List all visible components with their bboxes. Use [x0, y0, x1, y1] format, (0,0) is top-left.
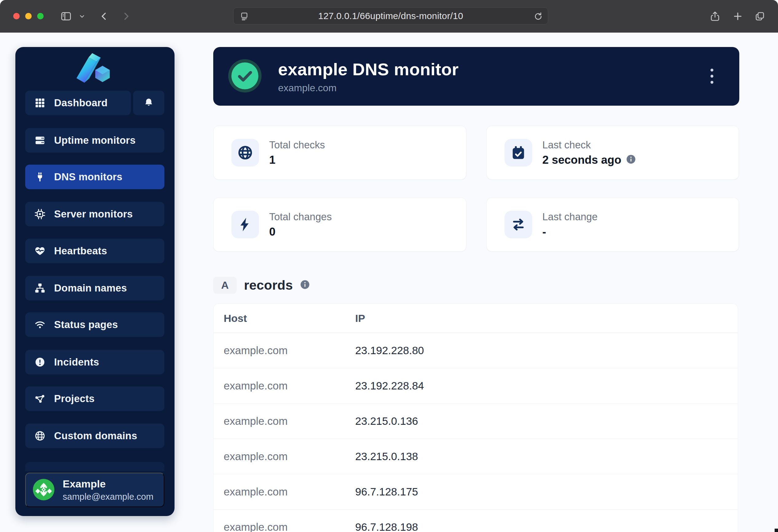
- ip-cell: 23.215.0.136: [355, 404, 418, 439]
- chevron-right-icon: [121, 11, 131, 21]
- stat-card-total-changes: Total changes 0: [213, 197, 466, 252]
- table-row: example.com 23.192.228.80: [214, 333, 738, 368]
- sidebar-item-custom-domains[interactable]: Custom domains: [25, 424, 164, 448]
- ip-cell: 23.192.228.80: [355, 333, 424, 368]
- tab-overview-chevron[interactable]: [77, 9, 87, 23]
- sidebar-item-incidents[interactable]: Incidents: [25, 350, 164, 374]
- table-row: example.com 96.7.128.198: [214, 510, 738, 532]
- app-page: Dashboard Uptime monitors DNS monitors S…: [0, 32, 778, 532]
- sidebar-panel-icon: [60, 10, 72, 22]
- bolt-icon: [231, 211, 259, 238]
- close-window-button[interactable]: [13, 13, 20, 19]
- column-header-ip: IP: [355, 304, 365, 333]
- info-icon[interactable]: [626, 155, 636, 165]
- ip-cell: 96.7.128.175: [355, 474, 418, 509]
- stat-card-total-checks: Total checks 1: [213, 125, 466, 180]
- table-header-row: Host IP: [214, 304, 738, 333]
- sidebar-item-label: DNS monitors: [54, 171, 122, 183]
- records-section-header: A records: [213, 277, 310, 294]
- url-text: 127.0.0.1/66uptime/dns-monitor/10: [318, 11, 463, 21]
- sidebar-item-label: Incidents: [54, 356, 99, 368]
- swap-arrows-icon: [504, 211, 532, 238]
- sidebar-item-uptime-monitors[interactable]: Uptime monitors: [25, 128, 164, 153]
- stat-card-last-check: Last check 2 seconds ago: [486, 125, 739, 180]
- stat-value: 0: [269, 226, 276, 238]
- reload-button[interactable]: [533, 11, 543, 22]
- stat-value: 1: [269, 154, 276, 167]
- sidebar-item-heartbeats[interactable]: Heartbeats: [25, 239, 164, 263]
- new-tab-button[interactable]: [731, 9, 745, 23]
- share-nodes-icon: [34, 393, 46, 404]
- address-bar[interactable]: 127.0.0.1/66uptime/dns-monitor/10: [233, 7, 548, 24]
- share-button[interactable]: [708, 9, 722, 23]
- notifications-button[interactable]: [133, 91, 164, 115]
- chevron-down-icon: [79, 13, 85, 20]
- sidebar: Dashboard Uptime monitors DNS monitors S…: [15, 47, 174, 516]
- host-cell: example.com: [224, 404, 288, 439]
- sidebar-item-status-pages[interactable]: Status pages: [25, 313, 164, 337]
- back-button[interactable]: [97, 9, 111, 23]
- site-page-icon: [240, 12, 249, 22]
- ip-cell: 23.192.228.84: [355, 368, 424, 403]
- account-menu[interactable]: Example sample@example.com: [25, 473, 164, 507]
- status-up-badge: [228, 59, 262, 94]
- server-stack-icon: [34, 135, 46, 146]
- sidebar-item-label: Status pages: [54, 319, 118, 331]
- sidebar-item-server-monitors[interactable]: Server monitors: [25, 202, 164, 227]
- kebab-menu-icon: [710, 67, 714, 85]
- user-name: Example: [63, 478, 153, 490]
- screen-corner-artifact: [775, 529, 778, 532]
- stat-label: Last check: [542, 139, 636, 151]
- tabs-icon: [754, 11, 765, 22]
- host-cell: example.com: [224, 510, 288, 532]
- minimize-window-button[interactable]: [25, 13, 32, 19]
- stat-label: Total checks: [269, 139, 325, 151]
- record-type-badge: A: [213, 277, 237, 294]
- avatar: [32, 478, 55, 502]
- sidebar-item-label: Domain names: [54, 282, 127, 294]
- info-icon[interactable]: [300, 280, 310, 290]
- sidebar-item-label: Heartbeats: [54, 245, 107, 257]
- host-cell: example.com: [224, 439, 288, 474]
- table-row: example.com 23.192.228.84: [214, 368, 738, 404]
- chevron-left-icon: [99, 11, 109, 21]
- reload-icon: [533, 11, 543, 21]
- bell-icon: [143, 97, 154, 108]
- browser-toolbar: 127.0.0.1/66uptime/dns-monitor/10: [0, 0, 778, 32]
- records-title: records: [244, 278, 293, 293]
- table-row: example.com 23.215.0.136: [214, 404, 738, 439]
- monitor-title: example DNS monitor: [278, 59, 459, 79]
- zoom-window-button[interactable]: [37, 13, 44, 19]
- plus-icon: [732, 11, 743, 21]
- share-icon: [709, 11, 720, 22]
- monitor-options-button[interactable]: [707, 64, 717, 89]
- stat-value: 2 seconds ago: [542, 154, 621, 167]
- host-cell: example.com: [224, 474, 288, 509]
- plug-icon: [34, 171, 46, 182]
- host-cell: example.com: [224, 368, 288, 403]
- globe-icon: [231, 139, 259, 167]
- column-header-host: Host: [224, 304, 247, 333]
- alert-circle-icon: [34, 357, 46, 368]
- sidebar-item-domain-names[interactable]: Domain names: [25, 276, 164, 300]
- heart-pulse-icon: [34, 245, 46, 257]
- tab-overview-button[interactable]: [753, 9, 767, 23]
- calendar-check-icon: [504, 139, 532, 167]
- sidebar-item-projects[interactable]: Projects: [25, 386, 164, 411]
- sidebar-item-label: Uptime monitors: [54, 135, 136, 146]
- sidebar-item-dashboard[interactable]: Dashboard: [25, 91, 131, 115]
- globe-icon: [34, 430, 46, 441]
- sidebar-item-dns-monitors[interactable]: DNS monitors: [25, 165, 164, 189]
- sidebar-item-label: Projects: [54, 393, 95, 405]
- forward-button[interactable]: [119, 9, 133, 23]
- app-logo-icon: [77, 53, 113, 88]
- ip-cell: 96.7.128.198: [355, 510, 418, 532]
- sidebar-toggle-button[interactable]: [59, 9, 73, 23]
- cpu-icon: [34, 208, 46, 219]
- monitor-header-card: example DNS monitor example.com: [213, 47, 739, 106]
- stat-label: Total changes: [269, 211, 332, 223]
- table-row: example.com 96.7.128.175: [214, 474, 738, 510]
- host-cell: example.com: [224, 333, 288, 368]
- sidebar-item-label: Server monitors: [54, 208, 133, 220]
- stat-value: -: [542, 226, 546, 238]
